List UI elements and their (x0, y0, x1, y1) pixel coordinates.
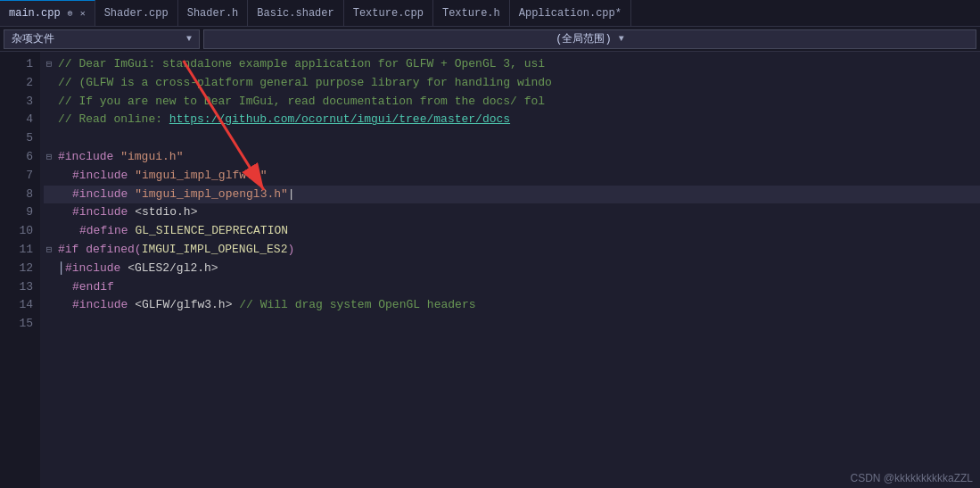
code-content-8-str: "imgui_impl_opengl3.h" (135, 186, 288, 204)
scope-dropdown[interactable]: (全局范围) ▼ (203, 29, 976, 49)
code-line-8: #include "imgui_impl_opengl3.h"| (44, 186, 980, 204)
tab-label: Application.cpp* (519, 7, 622, 20)
tab-label: Shader.h (187, 7, 239, 20)
code-line-13: #endif (44, 278, 980, 297)
code-content-14-comment: // Will drag system OpenGL headers (232, 296, 475, 315)
line-num-4: 4 (0, 111, 33, 129)
code-line-1: ⊟ // Dear ImGui: standalone example appl… (44, 55, 980, 74)
tab-pin-icon[interactable]: ⊕ (68, 8, 73, 19)
code-line-5 (44, 129, 980, 148)
tab-texture-cpp[interactable]: Texture.cpp (344, 0, 433, 26)
line-num-6: 6 (0, 148, 33, 167)
tab-texture-h[interactable]: Texture.h (433, 0, 510, 26)
code-cursor-8: | (288, 186, 295, 204)
scope-arrow-icon: ▼ (619, 34, 624, 44)
code-line-10: #define GL_SILENCE_DEPRECATION (44, 222, 980, 241)
code-content-14-kw: #include (72, 296, 135, 315)
tab-basic-shader[interactable]: Basic.shader (248, 0, 343, 26)
code-content-5 (58, 129, 65, 148)
code-content-10-kw: #define (79, 222, 135, 241)
tab-shader-cpp[interactable]: Shader.cpp (95, 0, 178, 26)
code-content-14-str: <GLFW/glfw3.h> (135, 296, 232, 315)
line-num-7: 7 (0, 167, 33, 186)
code-line-2: // (GLFW is a cross-platform general pur… (44, 74, 980, 93)
tab-bar: main.cpp ⊕ ✕ Shader.cpp Shader.h Basic.s… (0, 0, 980, 27)
fold-icon-6[interactable]: ⊟ (44, 150, 54, 166)
line-num-2: 2 (0, 74, 33, 93)
code-content-9-kw: #include (72, 203, 135, 222)
toolbar: 杂项文件 ▼ (全局范围) ▼ (0, 27, 980, 52)
line-num-5: 5 (0, 129, 33, 148)
code-content-11-macro: IMGUI_IMPL_OPENGL_ES2 (142, 241, 288, 260)
fold-icon-1[interactable]: ⊟ (44, 57, 54, 73)
tab-label: Shader.cpp (104, 7, 169, 20)
tab-shader-h[interactable]: Shader.h (178, 0, 249, 26)
code-line-7: #include "imgui_impl_glfw.h" (44, 167, 980, 186)
code-content-10-macro: GL_SILENCE_DEPRECATION (135, 222, 288, 241)
tab-close-icon[interactable]: ✕ (80, 8, 86, 19)
line-num-12: 12 (0, 260, 33, 278)
fold-icon-11[interactable]: ⊟ (44, 243, 54, 259)
code-line-12: │ #include <GLES2/gl2.h> (44, 260, 980, 278)
code-content-15 (58, 315, 65, 334)
code-line-4: // Read online: https://github.com/ocorn… (44, 111, 980, 129)
code-content-12-kw: #include (65, 260, 128, 278)
code-line-6: ⊟ #include "imgui.h" (44, 148, 980, 167)
line-num-14: 14 (0, 296, 33, 315)
line-num-1: 1 (0, 55, 33, 74)
tab-label: Basic.shader (257, 7, 334, 20)
tab-label: Texture.h (442, 7, 500, 20)
code-line-9: #include <stdio.h> (44, 203, 980, 222)
line-num-9: 9 (0, 203, 33, 222)
line-numbers: 1 2 3 4 5 6 7 8 9 10 11 12 13 14 15 (0, 52, 40, 488)
tab-main-cpp[interactable]: main.cpp ⊕ ✕ (0, 0, 95, 26)
tab-application-cpp[interactable]: Application.cpp* (510, 0, 631, 26)
tab-label: Texture.cpp (353, 7, 424, 20)
dropdown-arrow-icon: ▼ (186, 34, 192, 44)
code-content-6-kw: #include (58, 148, 120, 167)
code-content-4-prefix: // Read online: (58, 111, 169, 129)
code-link-4[interactable]: https://github.com/ocornut/imgui/tree/ma… (169, 111, 510, 129)
file-manager-label: 杂项文件 (12, 31, 54, 46)
code-content-1: // Dear ImGui: standalone example applic… (58, 55, 545, 74)
code-content-6-str: "imgui.h" (120, 148, 183, 167)
tab-label: main.cpp (9, 7, 61, 20)
scope-label: (全局范围) (556, 31, 611, 46)
watermark: CSDN @kkkkkkkkkkaZZL (850, 472, 973, 484)
code-content-13: #endif (72, 278, 114, 297)
line-num-10: 10 (0, 222, 33, 241)
file-manager-dropdown[interactable]: 杂项文件 ▼ (4, 29, 200, 49)
editor: 1 2 3 4 5 6 7 8 9 10 11 12 13 14 15 ⊟ //… (0, 52, 980, 488)
code-line-11: ⊟ #if defined(IMGUI_IMPL_OPENGL_ES2) (44, 241, 980, 260)
code-line-3: // If you are new to Dear ImGui, read do… (44, 93, 980, 112)
code-line-15 (44, 315, 980, 334)
line-num-8: 8 (0, 186, 33, 204)
code-line-14: #include <GLFW/glfw3.h> // Will drag sys… (44, 296, 980, 315)
code-content-11-kw: #if defined( (58, 241, 142, 260)
code-content-9-str: <stdio.h> (135, 203, 197, 222)
code-content-2: // (GLFW is a cross-platform general pur… (58, 74, 552, 93)
line-num-13: 13 (0, 278, 33, 297)
code-area[interactable]: ⊟ // Dear ImGui: standalone example appl… (40, 52, 980, 488)
code-content-7-kw: #include (72, 167, 135, 186)
code-content-12-str: <GLES2/gl2.h> (128, 260, 218, 278)
line-num-15: 15 (0, 315, 33, 334)
line-num-11: 11 (0, 241, 33, 260)
code-content-3: // If you are new to Dear ImGui, read do… (58, 93, 545, 112)
code-content-11-close: ) (287, 241, 294, 260)
line-num-3: 3 (0, 93, 33, 112)
code-content-8-kw: #include (72, 186, 135, 204)
code-content-7-str: "imgui_impl_glfw.h" (135, 167, 267, 186)
